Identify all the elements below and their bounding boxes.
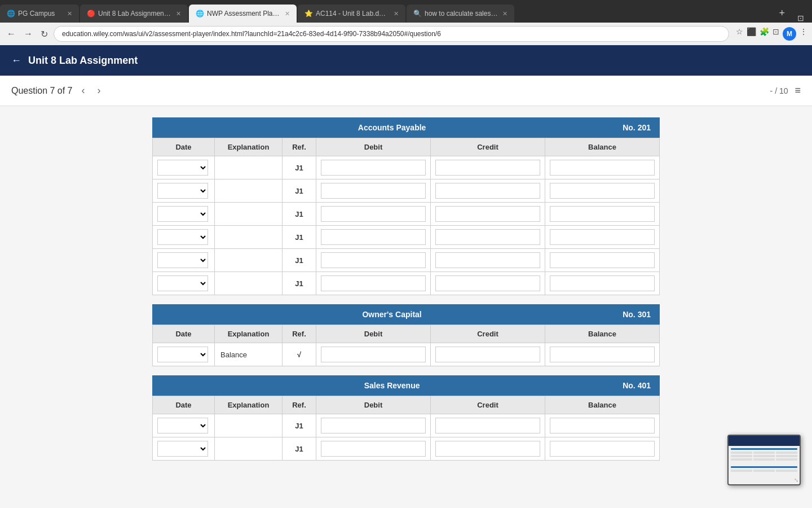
- balance-input[interactable]: [550, 418, 655, 433]
- date-select[interactable]: [157, 252, 208, 268]
- date-cell: [153, 203, 215, 226]
- balance-cell: [545, 226, 660, 249]
- reload-button[interactable]: ↻: [38, 28, 50, 41]
- balance-input[interactable]: [550, 206, 655, 222]
- credit-input[interactable]: [435, 418, 540, 433]
- prev-question-button[interactable]: ‹: [78, 84, 89, 98]
- balance-input[interactable]: [550, 441, 655, 457]
- ref-cell: J1: [283, 414, 316, 437]
- balance-cell: [545, 272, 660, 295]
- browser-tab-nwp-assessment[interactable]: 🌐 NWP Assessment Player UI Ap... ✕: [189, 5, 297, 23]
- credit-input[interactable]: [435, 229, 540, 245]
- credit-input[interactable]: [435, 206, 540, 222]
- resize-handle[interactable]: ⤡: [794, 477, 798, 483]
- ref-cell: J1: [283, 226, 316, 249]
- credit-cell: [431, 249, 545, 272]
- date-select[interactable]: [157, 441, 208, 457]
- new-tab-button[interactable]: +: [774, 7, 789, 19]
- tab-label: PG Campus: [18, 10, 55, 17]
- balance-cell: [545, 437, 660, 461]
- table-row: J1: [153, 179, 660, 203]
- credit-input[interactable]: [435, 275, 540, 291]
- column-header-credit: Credit: [431, 396, 545, 414]
- balance-input[interactable]: [550, 275, 655, 291]
- debit-input[interactable]: [321, 347, 426, 362]
- debit-input[interactable]: [321, 441, 426, 457]
- tab-close-button[interactable]: ✕: [63, 10, 72, 17]
- question-label: Question 7 of 7: [11, 86, 73, 96]
- address-input[interactable]: [54, 26, 729, 42]
- next-question-button[interactable]: ›: [94, 84, 104, 98]
- balance-cell: [545, 249, 660, 272]
- ref-cell: √: [283, 343, 316, 366]
- menu-icon[interactable]: ⋮: [800, 27, 807, 41]
- credit-input[interactable]: [435, 183, 540, 199]
- debit-input[interactable]: [321, 183, 426, 199]
- ledger-number: No. 301: [623, 310, 651, 319]
- extensions-icon[interactable]: ⬛: [747, 27, 756, 41]
- explanation-cell: [215, 226, 283, 249]
- credit-cell: [431, 179, 545, 203]
- balance-input[interactable]: [550, 183, 655, 199]
- credit-input[interactable]: [435, 160, 540, 176]
- list-icon[interactable]: ≡: [795, 85, 801, 97]
- browser-tab-unit8-lab[interactable]: 🔴 Unit 8 Lab Assignment - AC11... ✕: [80, 5, 188, 23]
- debit-input[interactable]: [321, 252, 426, 268]
- date-select[interactable]: [157, 275, 208, 291]
- ledger-table-sales-revenue: DateExplanationRef.DebitCreditBalanceJ1J…: [152, 396, 660, 461]
- date-select[interactable]: [157, 418, 208, 433]
- window-controls: ⊡: [797, 14, 804, 23]
- debit-cell: [316, 437, 431, 461]
- forward-nav-button[interactable]: →: [21, 28, 35, 40]
- credit-cell: [431, 156, 545, 179]
- tab-close-button[interactable]: ✕: [389, 10, 399, 17]
- date-select[interactable]: [157, 229, 208, 245]
- column-header-ref-: Ref.: [283, 396, 316, 414]
- tab-close-button[interactable]: ✕: [498, 10, 508, 17]
- credit-cell: [431, 203, 545, 226]
- balance-input[interactable]: [550, 229, 655, 245]
- thumbnail-content: [729, 446, 800, 484]
- credit-input[interactable]: [435, 347, 540, 362]
- credit-input[interactable]: [435, 441, 540, 457]
- debit-cell: [316, 343, 431, 366]
- debit-input[interactable]: [321, 275, 426, 291]
- debit-input[interactable]: [321, 418, 426, 433]
- browser-tab-how-to-calculate[interactable]: 🔍 how to calculate sales revenue... ✕: [407, 5, 514, 23]
- debit-input[interactable]: [321, 206, 426, 222]
- ledger-sales-revenue: Sales Revenue No. 401 DateExplanationRef…: [152, 375, 660, 461]
- bookmark-icon[interactable]: ☆: [736, 27, 743, 41]
- back-nav-button[interactable]: ←: [5, 28, 18, 40]
- question-nav-bar: Question 7 of 7 ‹ › - / 10 ≡: [0, 76, 812, 106]
- date-select[interactable]: [157, 160, 208, 176]
- back-button[interactable]: ←: [11, 55, 21, 67]
- profile-avatar[interactable]: M: [783, 27, 796, 41]
- column-header-ref-: Ref.: [283, 325, 316, 343]
- cast-icon[interactable]: ⊡: [773, 27, 779, 41]
- date-select[interactable]: [157, 206, 208, 222]
- tab-close-button[interactable]: ✕: [171, 10, 181, 17]
- balance-input[interactable]: [550, 347, 655, 362]
- date-select[interactable]: [157, 183, 208, 199]
- ref-cell: J1: [283, 203, 316, 226]
- date-select[interactable]: [157, 347, 208, 362]
- browser-tab-ac114-docx[interactable]: ⭐ AC114 - Unit 8 Lab.docx ✕: [298, 5, 405, 23]
- date-cell: [153, 272, 215, 295]
- debit-input[interactable]: [321, 160, 426, 176]
- explanation-cell: [215, 203, 283, 226]
- credit-cell: [431, 437, 545, 461]
- puzzle-icon[interactable]: 🧩: [760, 27, 769, 41]
- tab-favicon: 🌐: [196, 10, 204, 17]
- debit-input[interactable]: [321, 229, 426, 245]
- balance-input[interactable]: [550, 252, 655, 268]
- credit-cell: [431, 414, 545, 437]
- date-cell: [153, 343, 215, 366]
- balance-input[interactable]: [550, 160, 655, 176]
- table-row: J1: [153, 226, 660, 249]
- ref-cell: J1: [283, 156, 316, 179]
- browser-tab-pg-campus[interactable]: 🌐 PG Campus ✕: [0, 5, 79, 23]
- credit-cell: [431, 272, 545, 295]
- credit-input[interactable]: [435, 252, 540, 268]
- tab-close-button[interactable]: ✕: [280, 10, 290, 17]
- column-header-balance: Balance: [545, 138, 660, 156]
